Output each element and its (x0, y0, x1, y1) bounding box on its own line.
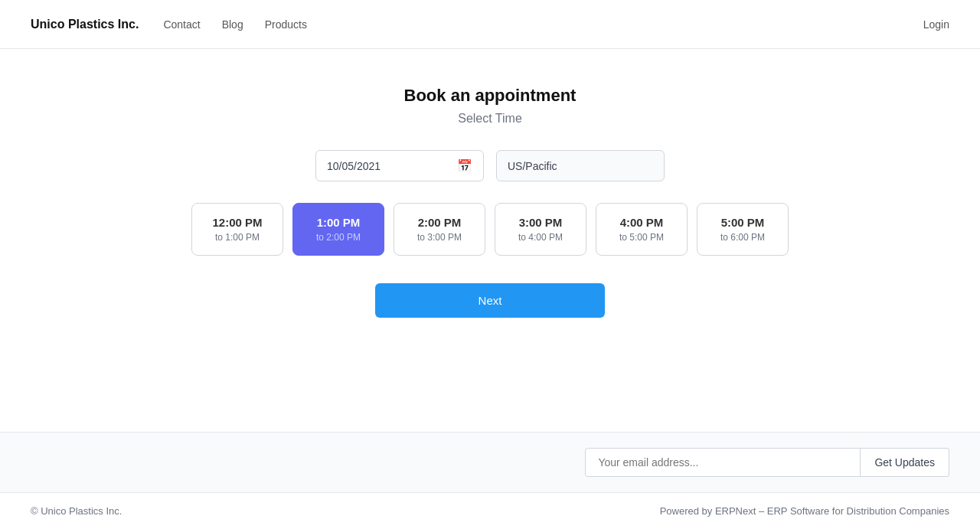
timezone-selector[interactable]: US/Pacific (496, 150, 665, 181)
slot-start-1: 1:00 PM (309, 216, 368, 229)
nav-link-products[interactable]: Products (265, 18, 307, 31)
slot-end-1: to 2:00 PM (309, 232, 368, 243)
footer: © Unico Plastics Inc. Powered by ERPNext… (0, 492, 980, 529)
time-slot-0[interactable]: 12:00 PMto 1:00 PM (191, 203, 283, 256)
time-slot-5[interactable]: 5:00 PMto 6:00 PM (697, 203, 789, 256)
time-slot-1[interactable]: 1:00 PMto 2:00 PM (292, 203, 384, 256)
page-subtitle: Select Time (458, 112, 522, 126)
time-slot-4[interactable]: 4:00 PMto 5:00 PM (596, 203, 688, 256)
slot-start-3: 3:00 PM (511, 216, 570, 229)
slot-start-2: 2:00 PM (410, 216, 469, 229)
nav-links: Contact Blog Products (163, 18, 307, 31)
nav-login[interactable]: Login (923, 18, 949, 31)
slot-end-4: to 5:00 PM (612, 232, 671, 243)
slot-end-0: to 1:00 PM (207, 232, 267, 243)
slot-start-4: 4:00 PM (612, 216, 671, 229)
page-title: Book an appointment (404, 86, 577, 106)
time-slot-3[interactable]: 3:00 PMto 4:00 PM (495, 203, 586, 256)
navbar: Unico Plastics Inc. Contact Blog Product… (0, 0, 980, 49)
footer-email-section: Get Updates (0, 432, 980, 492)
nav-brand: Unico Plastics Inc. (31, 18, 139, 31)
next-button[interactable]: Next (375, 283, 605, 318)
date-value: 10/05/2021 (327, 160, 381, 172)
footer-copyright: © Unico Plastics Inc. (31, 505, 122, 517)
nav-left: Unico Plastics Inc. Contact Blog Product… (31, 18, 307, 31)
footer-powered: Powered by ERPNext – ERP Software for Di… (660, 505, 949, 517)
slot-end-3: to 4:00 PM (511, 232, 570, 243)
time-slot-2[interactable]: 2:00 PMto 3:00 PM (394, 203, 485, 256)
calendar-icon[interactable]: 📅 (457, 158, 472, 173)
main-content: Book an appointment Select Time 10/05/20… (0, 49, 980, 432)
nav-link-contact[interactable]: Contact (163, 18, 200, 31)
slot-start-5: 5:00 PM (713, 216, 773, 229)
controls-row: 10/05/2021 📅 US/Pacific (315, 150, 665, 181)
slot-start-0: 12:00 PM (207, 216, 267, 229)
email-input[interactable] (585, 448, 861, 477)
timezone-value: US/Pacific (508, 160, 557, 172)
time-slots-container: 12:00 PMto 1:00 PM1:00 PMto 2:00 PM2:00 … (191, 203, 789, 256)
get-updates-button[interactable]: Get Updates (861, 448, 949, 477)
date-input[interactable]: 10/05/2021 📅 (315, 150, 484, 181)
slot-end-2: to 3:00 PM (410, 232, 469, 243)
slot-end-5: to 6:00 PM (713, 232, 773, 243)
nav-link-blog[interactable]: Blog (222, 18, 243, 31)
